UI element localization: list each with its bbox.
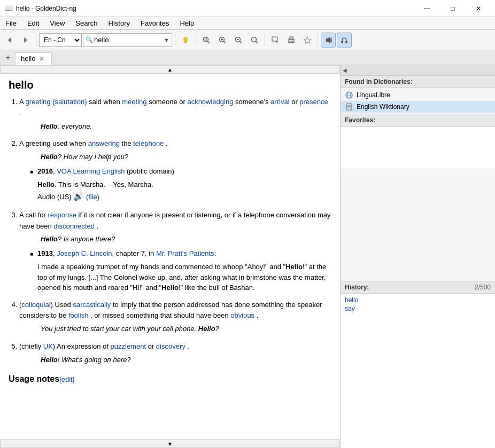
dict-item-wiktionary[interactable]: English Wiktionary xyxy=(341,101,495,113)
print-button[interactable] xyxy=(284,33,299,48)
svg-line-8 xyxy=(223,41,226,43)
headphone-button[interactable] xyxy=(337,33,352,48)
def2-link2[interactable]: telephone xyxy=(133,139,164,147)
def1-example: Hello, everyone. xyxy=(19,121,331,132)
def1-link1[interactable]: greeting (salutation) xyxy=(26,98,87,106)
def1-text3: someone or xyxy=(149,98,187,106)
svg-marker-1 xyxy=(24,37,27,43)
def1-link3[interactable]: acknowledging xyxy=(187,98,233,106)
svg-rect-24 xyxy=(345,41,347,43)
svg-marker-0 xyxy=(8,37,11,43)
zoom-in-button[interactable] xyxy=(215,33,230,48)
def5-example: Hello! What's going on here? xyxy=(19,355,331,366)
svg-marker-22 xyxy=(326,37,330,43)
scan-button[interactable] xyxy=(199,33,214,48)
quote-text-2: I made a speaking trumpet of my hands an… xyxy=(37,262,331,293)
svg-rect-20 xyxy=(290,41,293,43)
def3-link2[interactable]: disconnected xyxy=(53,222,95,230)
def1-link5[interactable]: presence xyxy=(299,98,328,106)
minimize-button[interactable]: — xyxy=(415,2,439,15)
add-tab-button[interactable]: + xyxy=(2,52,14,64)
separator-3 xyxy=(196,34,196,46)
favorite-button[interactable] xyxy=(300,33,315,48)
def2-quote: ■ 2016, VOA Learning English (public dom… xyxy=(19,166,331,203)
svg-rect-23 xyxy=(341,41,343,43)
article-content: hello A greeting (salutation) said when … xyxy=(0,74,340,439)
dictionary-list: LinguaLibre English Wiktionary xyxy=(341,88,495,114)
history-item-say[interactable]: say xyxy=(345,304,491,313)
svg-point-14 xyxy=(251,37,256,42)
def1-text6: . xyxy=(19,109,21,117)
history-label: History: xyxy=(345,284,369,291)
menu-edit[interactable]: Edit xyxy=(22,17,44,29)
definition-2: A greeting used when answering the telep… xyxy=(19,138,331,203)
send-button[interactable] xyxy=(268,33,283,48)
svg-line-15 xyxy=(256,41,258,43)
def3-example: Hello? Is anyone there? xyxy=(19,234,331,245)
usage-edit-link[interactable]: [edit] xyxy=(59,375,74,383)
quote-source-link[interactable]: VOA Learning English xyxy=(57,167,125,175)
menu-search[interactable]: Search xyxy=(70,17,103,29)
def4-link3[interactable]: obvious xyxy=(230,311,254,319)
def4-example: You just tried to start your car with yo… xyxy=(19,324,331,335)
menu-favorites[interactable]: Favorites xyxy=(135,17,174,29)
menu-history[interactable]: History xyxy=(103,17,135,29)
history-count: 2/500 xyxy=(475,284,491,291)
close-button[interactable]: ✕ xyxy=(466,2,491,15)
audio-button[interactable] xyxy=(321,33,336,48)
word-heading: hello xyxy=(9,79,331,91)
search-clear-button[interactable]: ▼ xyxy=(164,37,169,43)
separator-1 xyxy=(36,34,36,46)
tab-close-button[interactable]: ✕ xyxy=(37,54,46,63)
found-in-dicts-label: Found in Dictionaries: xyxy=(341,76,495,88)
def5-link2[interactable]: discovery xyxy=(156,342,185,350)
history-item-hello[interactable]: hello xyxy=(345,296,491,304)
window-controls: — □ ✕ xyxy=(415,2,491,15)
scroll-up-button[interactable]: ▲ xyxy=(0,65,340,74)
zoom-reset-button[interactable] xyxy=(247,33,262,48)
search-dropdown-icon: 🔍 xyxy=(86,36,93,43)
svg-rect-3 xyxy=(184,42,187,43)
definition-3: A call for response if it is not clear i… xyxy=(19,210,331,293)
def5-text2: or xyxy=(148,342,156,350)
menu-view[interactable]: View xyxy=(44,17,70,29)
def4-link1[interactable]: sarcastically xyxy=(73,301,111,309)
quote-audio: Audio (US) 🔊 (file) xyxy=(37,190,174,203)
language-select[interactable]: En - Cn En - En All xyxy=(39,33,82,47)
search-input[interactable] xyxy=(94,36,164,44)
def5-text1: (chiefly UK) An expression of xyxy=(19,342,111,350)
quote-author-link[interactable]: Joseph C. Lincoln xyxy=(57,249,112,257)
def5-link-uk[interactable]: UK xyxy=(43,342,53,350)
def4-text4: . xyxy=(257,311,259,319)
def3-text1: A call for xyxy=(19,211,48,219)
def3-link1[interactable]: response xyxy=(48,211,76,219)
back-button[interactable] xyxy=(2,33,17,48)
maximize-button[interactable]: □ xyxy=(440,2,465,15)
quote-text: Hello. This is Marsha. – Yes, Marsha. xyxy=(37,179,174,190)
title-bar: 📖 hello - GoldenDict-ng — □ ✕ xyxy=(0,0,495,17)
forward-button[interactable] xyxy=(18,33,33,48)
dict-item-lingualib[interactable]: LinguaLibre xyxy=(341,89,495,101)
def1-link2[interactable]: meeting xyxy=(122,98,146,106)
separator-4 xyxy=(265,34,265,46)
def4-link2[interactable]: foolish xyxy=(68,311,89,319)
def2-link1[interactable]: answering xyxy=(88,139,120,147)
svg-point-4 xyxy=(203,37,208,42)
menu-help[interactable]: Help xyxy=(174,17,199,29)
quote-title-link[interactable]: Mr. Pratt's Patients xyxy=(156,249,214,257)
menu-file[interactable]: File xyxy=(0,17,22,29)
audio-icon: 🔊 xyxy=(73,192,84,201)
def5-link1[interactable]: puzzlement xyxy=(111,342,146,350)
lightbulb-button[interactable] xyxy=(178,33,193,48)
svg-point-6 xyxy=(205,38,207,41)
scroll-down-button[interactable]: ▼ xyxy=(0,439,340,448)
def2-text3: . xyxy=(166,139,168,147)
tab-hello[interactable]: hello ✕ xyxy=(15,52,52,65)
audio-file-link[interactable]: (file) xyxy=(86,193,99,201)
definition-4: (colloquial) Used sarcastically to imply… xyxy=(19,300,331,335)
def4-link-colloquial[interactable]: colloquial xyxy=(21,301,50,309)
def1-link4[interactable]: arrival xyxy=(270,98,289,106)
def3-quote: ■ 1913, Joseph C. Lincoln, chapter 7, in… xyxy=(19,248,331,293)
zoom-out-button[interactable] xyxy=(231,33,246,48)
panel-toggle-button[interactable]: ◀ xyxy=(341,65,495,76)
